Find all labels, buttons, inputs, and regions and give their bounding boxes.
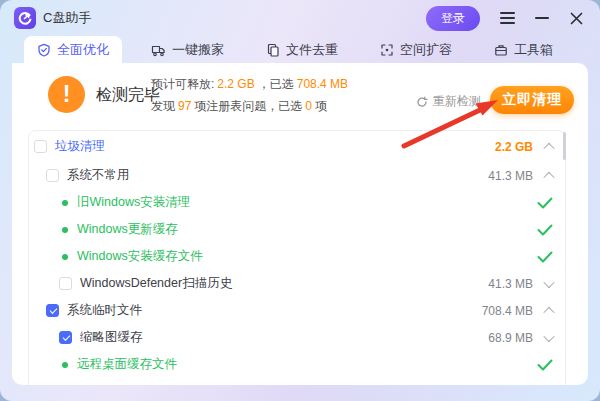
optimize-icon xyxy=(37,43,51,57)
bullet-dot-icon xyxy=(62,227,68,233)
chevron-up-icon[interactable] xyxy=(543,142,554,153)
check-icon xyxy=(537,224,553,236)
rescan-button[interactable]: 重新检测 xyxy=(416,93,481,110)
tab-label: 工具箱 xyxy=(514,41,553,59)
chevron-down-icon[interactable] xyxy=(543,276,554,287)
registry-selected-count: 0 xyxy=(305,99,312,113)
item-label: 垃圾清理 xyxy=(55,138,105,155)
tab-label: 全面优化 xyxy=(57,41,109,59)
check-icon xyxy=(537,197,553,209)
item-label: Windows更新缓存 xyxy=(77,221,178,238)
list-item[interactable]: 垃圾清理 2.2 GB xyxy=(29,131,565,162)
checkbox[interactable] xyxy=(34,140,47,153)
menu-icon[interactable] xyxy=(500,12,515,24)
list-item[interactable]: 系统不常用 41.3 MB xyxy=(29,162,565,189)
list-item[interactable]: 远程桌面缓存文件 xyxy=(29,351,565,378)
bullet-dot-icon xyxy=(62,362,68,368)
item-size: 41.3 MB xyxy=(488,277,533,291)
app-window: C盘助手 登录 全面优化 一键搬家 xyxy=(0,0,600,401)
tab-label: 文件去重 xyxy=(286,41,338,59)
refresh-icon xyxy=(416,96,428,108)
duplicate-files-icon xyxy=(266,43,280,57)
main-panel: ! 检测完毕 预计可释放:2.2 GB，已选708.4 MB 发现97项注册表问… xyxy=(12,63,588,385)
truck-icon xyxy=(151,43,166,57)
item-label: Windows安装缓存文件 xyxy=(77,248,203,265)
tab-file-dedupe[interactable]: 文件去重 xyxy=(253,36,351,63)
login-button[interactable]: 登录 xyxy=(426,6,480,31)
app-title: C盘助手 xyxy=(43,9,91,27)
chevron-up-icon[interactable] xyxy=(543,171,554,182)
bullet-dot-icon xyxy=(62,200,68,206)
chevron-down-icon[interactable] xyxy=(543,330,554,341)
toolbox-icon xyxy=(494,43,508,57)
tab-label: 空间扩容 xyxy=(400,41,452,59)
tab-one-key-move[interactable]: 一键搬家 xyxy=(138,36,237,63)
cleanup-list: 垃圾清理 2.2 GB 系统不常用 41.3 MB 旧Windows安装清理 W… xyxy=(28,130,566,385)
title-bar: C盘助手 登录 xyxy=(0,0,600,36)
check-icon xyxy=(537,359,553,371)
list-item[interactable]: 缩略图缓存 68.9 MB xyxy=(29,324,565,351)
tab-bar: 全面优化 一键搬家 文件去重 空间扩容 xyxy=(0,36,600,63)
selected-size: 708.4 MB xyxy=(297,77,348,91)
scrollbar-thumb[interactable] xyxy=(563,132,566,160)
app-logo-icon xyxy=(14,7,36,29)
checkbox[interactable] xyxy=(59,277,72,290)
tab-space-expand[interactable]: 空间扩容 xyxy=(367,36,465,63)
releasable-size: 2.2 GB xyxy=(217,77,254,91)
item-label: 缩略图缓存 xyxy=(80,329,143,346)
tab-full-optimize[interactable]: 全面优化 xyxy=(24,36,122,63)
item-size: 708.4 MB xyxy=(482,304,533,318)
list-item[interactable]: Windows安装缓存文件 xyxy=(29,243,565,270)
item-label: 系统不常用 xyxy=(67,167,130,184)
list-item[interactable]: 旧Windows安装清理 xyxy=(29,189,565,216)
minimize-icon[interactable] xyxy=(535,17,549,19)
scan-summary: 预计可释放:2.2 GB，已选708.4 MB 发现97项注册表问题，已选0项 xyxy=(151,73,351,117)
check-icon xyxy=(537,251,553,263)
item-label: 旧Windows安装清理 xyxy=(77,194,190,211)
close-icon[interactable] xyxy=(569,11,584,26)
rescan-label: 重新检测 xyxy=(433,93,481,110)
summary-line-2: 发现97项注册表问题，已选0项 xyxy=(151,95,351,117)
checkbox-checked[interactable] xyxy=(46,304,59,317)
list-item[interactable]: WindowsDefender扫描历史 41.3 MB xyxy=(29,270,565,297)
item-size: 2.2 GB xyxy=(495,140,533,154)
bullet-dot-icon xyxy=(62,254,68,260)
item-label: WindowsDefender扫描历史 xyxy=(80,275,232,292)
chevron-up-icon[interactable] xyxy=(543,306,554,317)
tab-toolbox[interactable]: 工具箱 xyxy=(481,36,566,63)
warning-icon: ! xyxy=(48,76,85,113)
list-item[interactable]: Windows更新缓存 xyxy=(29,216,565,243)
item-label: 远程桌面缓存文件 xyxy=(77,356,177,373)
item-size: 68.9 MB xyxy=(488,331,533,345)
checkbox[interactable] xyxy=(46,169,59,182)
summary-line-1: 预计可释放:2.2 GB，已选708.4 MB xyxy=(151,73,351,95)
registry-issue-count: 97 xyxy=(178,99,191,113)
item-size: 41.3 MB xyxy=(488,169,533,183)
item-label: 系统临时文件 xyxy=(67,302,142,319)
tab-label: 一键搬家 xyxy=(172,41,224,59)
checkbox-checked[interactable] xyxy=(59,331,72,344)
clean-now-button[interactable]: 立即清理 xyxy=(490,86,574,114)
list-item[interactable]: 系统临时文件 708.4 MB xyxy=(29,297,565,324)
expand-icon xyxy=(380,43,394,57)
